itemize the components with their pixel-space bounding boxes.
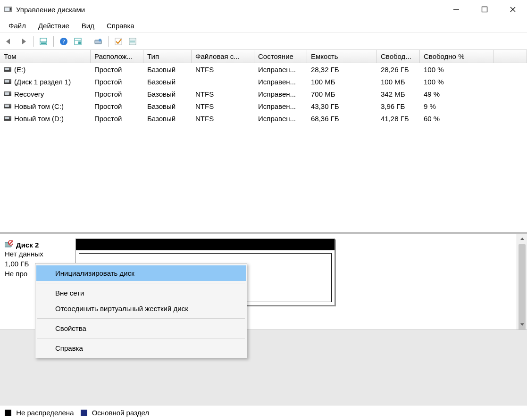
ctx-initialize-disk[interactable]: Инициализировать диск: [36, 265, 246, 281]
toolbar-settings-icon[interactable]: [72, 35, 84, 48]
volume-free-pct: 100 %: [420, 77, 494, 87]
close-button[interactable]: [499, 0, 527, 19]
minimize-button[interactable]: [442, 0, 470, 19]
nav-back-icon[interactable]: [3, 35, 15, 48]
app-icon: [4, 6, 12, 13]
ctx-offline[interactable]: Вне сети: [36, 285, 246, 301]
legend-primary-label: Основной раздел: [92, 409, 149, 417]
menu-view[interactable]: Вид: [76, 20, 100, 32]
disk-name: Диск 2: [16, 241, 39, 249]
volume-row[interactable]: Новый том (D:)ПростойБазовыйNTFSИсправен…: [0, 112, 527, 124]
volume-fs: NTFS: [192, 114, 254, 124]
refresh-icon[interactable]: [92, 35, 104, 48]
volume-layout: Простой: [91, 77, 143, 87]
legend-unallocated: Не распределена: [5, 409, 74, 417]
legend-unallocated-label: Не распределена: [16, 409, 74, 417]
volume-status: Исправен...: [254, 65, 307, 74]
volume-icon: [4, 116, 11, 121]
menu-file[interactable]: Файл: [3, 20, 32, 32]
volume-list-header: Том Располож... Тип Файловая с... Состоя…: [0, 50, 527, 63]
unallocated-stripe: [76, 239, 335, 250]
svg-rect-14: [78, 41, 81, 44]
vertical-scrollbar[interactable]: [517, 234, 527, 329]
volume-layout: Простой: [91, 89, 143, 99]
menu-action[interactable]: Действие: [33, 20, 75, 32]
volume-icon: [4, 104, 11, 108]
col-free-pct[interactable]: Свободно %: [420, 50, 494, 63]
volume-name: (Диск 1 раздел 1): [14, 78, 71, 86]
volume-type: Базовый: [143, 77, 192, 87]
volume-fs: NTFS: [192, 89, 254, 99]
volume-fs: NTFS: [192, 65, 254, 74]
menu-help[interactable]: Справка: [101, 20, 140, 32]
ctx-properties[interactable]: Свойства: [36, 321, 246, 336]
legend-swatch-blue: [81, 410, 87, 416]
col-type[interactable]: Тип: [143, 50, 192, 63]
volume-list-pane: Том Располож... Тип Файловая с... Состоя…: [0, 50, 527, 234]
help-icon[interactable]: ?: [58, 35, 70, 48]
volume-fs: [192, 81, 254, 82]
volume-capacity: 43,30 ГБ: [307, 101, 377, 111]
volume-free: 100 МБ: [377, 77, 420, 87]
legend-swatch-black: [5, 410, 11, 416]
col-capacity[interactable]: Емкость: [307, 50, 377, 63]
ctx-help[interactable]: Справка: [36, 340, 246, 356]
list-icon[interactable]: [126, 35, 139, 48]
toolbar-separator: [88, 36, 88, 47]
scroll-up-icon[interactable]: [517, 234, 527, 244]
check-icon[interactable]: [112, 35, 125, 48]
svg-rect-1: [5, 8, 9, 11]
volume-icon: [4, 79, 11, 84]
window-title: Управление дисками: [16, 6, 85, 14]
volume-type: Базовый: [143, 65, 192, 74]
volume-status: Исправен...: [254, 114, 307, 124]
toolbar: ?: [0, 33, 527, 50]
svg-point-16: [99, 39, 101, 41]
ctx-separator: [37, 318, 245, 319]
disk-status-line: Нет данных: [5, 249, 70, 259]
legend-primary: Основной раздел: [81, 409, 150, 417]
scrollbar-thumb[interactable]: [519, 244, 526, 329]
nav-forward-icon[interactable]: [17, 35, 29, 48]
volume-capacity: 28,32 ГБ: [307, 65, 377, 74]
volume-type: Базовый: [143, 101, 192, 111]
ctx-detach-vhd[interactable]: Отсоединить виртуальный жесткий диск: [36, 301, 246, 316]
volume-type: Базовый: [143, 89, 192, 99]
volume-row[interactable]: (E:)ПростойБазовыйNTFSИсправен...28,32 Г…: [0, 63, 527, 75]
col-fs[interactable]: Файловая с...: [192, 50, 254, 63]
col-volume[interactable]: Том: [0, 50, 91, 63]
volume-capacity: 68,36 ГБ: [307, 114, 377, 124]
volume-free-pct: 9 %: [420, 101, 494, 111]
volume-capacity: 100 МБ: [307, 77, 377, 87]
col-free[interactable]: Свобод...: [377, 50, 420, 63]
svg-rect-2: [10, 8, 11, 10]
volume-row[interactable]: Новый том (C:)ПростойБазовыйNTFSИсправен…: [0, 100, 527, 112]
disk-error-icon: [5, 240, 13, 249]
volume-free-pct: 60 %: [420, 114, 494, 124]
toolbar-top-bottom-icon[interactable]: [37, 35, 50, 48]
toolbar-separator: [33, 36, 33, 47]
volume-name: (E:): [14, 66, 25, 74]
volume-status: Исправен...: [254, 101, 307, 111]
volume-row[interactable]: (Диск 1 раздел 1)ПростойБазовыйИсправен.…: [0, 75, 527, 88]
maximize-button[interactable]: [470, 0, 499, 19]
volume-type: Базовый: [143, 114, 192, 124]
col-blank: [494, 50, 527, 63]
volume-free: 3,96 ГБ: [377, 101, 420, 111]
context-menu: Инициализировать диск Вне сети Отсоедини…: [35, 263, 247, 358]
volume-icon: [4, 67, 11, 72]
legend-bar: Не распределена Основной раздел: [0, 405, 527, 420]
volume-name: Recovery: [14, 90, 44, 98]
title-bar: Управление дисками: [0, 0, 527, 19]
menu-bar: Файл Действие Вид Справка: [0, 19, 527, 33]
svg-rect-4: [482, 7, 487, 12]
volume-free-pct: 49 %: [420, 89, 494, 99]
col-layout[interactable]: Располож...: [91, 50, 143, 63]
volume-row[interactable]: RecoveryПростойБазовыйNTFSИсправен...700…: [0, 88, 527, 100]
volume-fs: NTFS: [192, 101, 254, 111]
volume-rows: (E:)ПростойБазовыйNTFSИсправен...28,32 Г…: [0, 63, 527, 232]
volume-icon: [4, 91, 11, 96]
volume-name: Новый том (D:): [14, 115, 64, 123]
scroll-down-icon[interactable]: [517, 319, 527, 329]
col-status[interactable]: Состояние: [254, 50, 307, 63]
